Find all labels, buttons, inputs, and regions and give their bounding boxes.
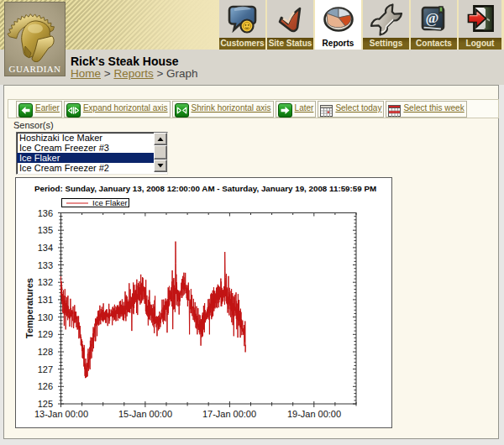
svg-text:GUARDIAN: GUARDIAN (9, 64, 61, 74)
svg-text:128: 128 (38, 347, 53, 357)
svg-text:15-Jan 00:00: 15-Jan 00:00 (118, 409, 172, 419)
svg-text:19-Jan 00:00: 19-Jan 00:00 (287, 409, 341, 419)
svg-text:126: 126 (38, 381, 53, 391)
svg-text:131: 131 (38, 295, 53, 305)
svg-text:132: 132 (38, 277, 53, 287)
svg-text:17-Jan 00:00: 17-Jan 00:00 (202, 409, 256, 419)
svg-text:Temperatures: Temperatures (24, 278, 34, 338)
svg-text:13-Jan 00:00: 13-Jan 00:00 (34, 409, 88, 419)
svg-text:133: 133 (38, 260, 53, 270)
svg-text:130: 130 (38, 312, 53, 322)
svg-text:125: 125 (38, 399, 53, 409)
svg-text:127: 127 (38, 364, 53, 374)
svg-text:136: 136 (38, 208, 53, 218)
svg-text:129: 129 (38, 329, 53, 339)
svg-text:135: 135 (38, 225, 53, 235)
svg-text:@: @ (425, 10, 438, 26)
svg-text:134: 134 (38, 243, 53, 253)
